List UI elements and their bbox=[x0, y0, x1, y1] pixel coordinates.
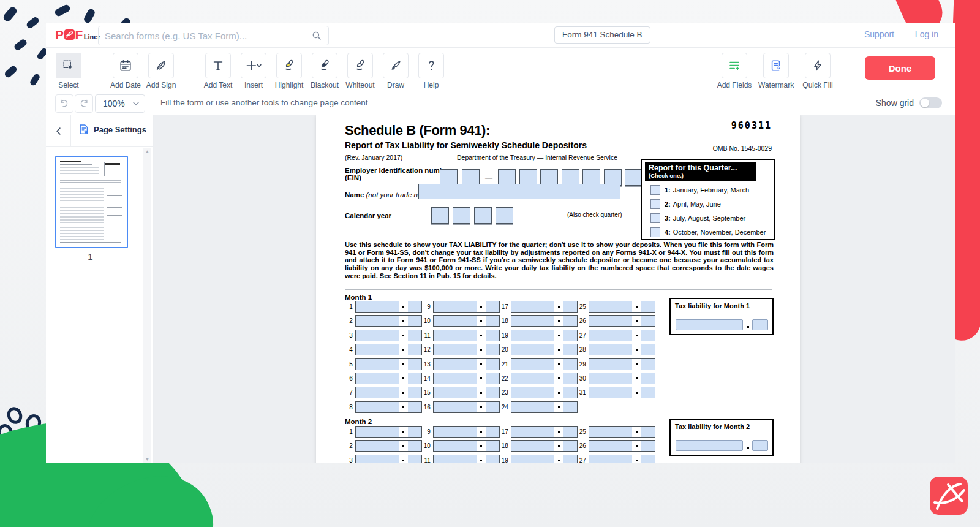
cents-field[interactable] bbox=[564, 387, 577, 398]
tool-help[interactable]: Help bbox=[413, 48, 449, 89]
document-viewport[interactable]: Schedule B (Form 941): 960311 Report of … bbox=[154, 115, 956, 463]
page-settings-button[interactable]: Page Settings bbox=[78, 123, 146, 135]
cents-field[interactable] bbox=[641, 316, 655, 326]
dollars-field[interactable] bbox=[511, 402, 554, 412]
cents-field[interactable] bbox=[408, 316, 421, 326]
dollars-field[interactable] bbox=[356, 330, 399, 341]
show-grid-toggle[interactable] bbox=[919, 97, 942, 108]
dollars-field[interactable] bbox=[434, 330, 477, 341]
dollars-field[interactable] bbox=[589, 387, 632, 398]
cents-field[interactable] bbox=[408, 344, 421, 355]
cents-field[interactable] bbox=[486, 427, 499, 437]
tool-add-fields[interactable]: Add Fields bbox=[717, 48, 752, 89]
cents-field[interactable] bbox=[564, 316, 577, 326]
dollars-field[interactable] bbox=[434, 344, 477, 355]
ein-digit-1[interactable] bbox=[440, 169, 458, 186]
month1-day-20-amount-input[interactable] bbox=[511, 344, 578, 355]
month2-day-2-amount-input[interactable] bbox=[355, 440, 422, 452]
month2-day-11-amount-input[interactable] bbox=[433, 455, 500, 463]
search-input[interactable] bbox=[99, 31, 311, 41]
dollars-field[interactable] bbox=[589, 330, 632, 341]
month2-day-19-amount-input[interactable] bbox=[511, 455, 578, 463]
cents-field[interactable] bbox=[486, 373, 499, 384]
dollars-field[interactable] bbox=[356, 316, 399, 326]
month1-day-15-amount-input[interactable] bbox=[433, 387, 500, 398]
month1-tax-cents-input[interactable] bbox=[752, 319, 768, 330]
month2-day-27-amount-input[interactable] bbox=[589, 455, 655, 463]
zoom-select[interactable]: 100% bbox=[95, 94, 145, 113]
cents-field[interactable] bbox=[641, 330, 655, 341]
month1-day-14-amount-input[interactable] bbox=[433, 373, 500, 384]
cents-field[interactable] bbox=[408, 359, 421, 370]
month1-day-4-amount-input[interactable] bbox=[355, 344, 422, 355]
dollars-field[interactable] bbox=[511, 455, 554, 463]
tool-add-date[interactable]: Add Date bbox=[108, 48, 143, 89]
dollars-field[interactable] bbox=[434, 427, 477, 437]
dollars-field[interactable] bbox=[511, 359, 554, 370]
dollars-field[interactable] bbox=[356, 301, 399, 312]
cents-field[interactable] bbox=[641, 441, 655, 451]
dollars-field[interactable] bbox=[511, 344, 554, 355]
dollars-field[interactable] bbox=[356, 344, 399, 355]
calendar-digit-2[interactable] bbox=[453, 207, 470, 224]
dollars-field[interactable] bbox=[434, 387, 477, 398]
tool-blackout[interactable]: Blackout bbox=[307, 48, 342, 89]
ein-digit-5[interactable] bbox=[540, 169, 558, 186]
dollars-field[interactable] bbox=[589, 373, 632, 384]
cents-field[interactable] bbox=[486, 387, 499, 398]
dollars-field[interactable] bbox=[356, 373, 399, 384]
month2-day-3-amount-input[interactable] bbox=[355, 455, 422, 463]
dollars-field[interactable] bbox=[356, 427, 399, 437]
dollars-field[interactable] bbox=[511, 330, 554, 341]
dollars-field[interactable] bbox=[434, 373, 477, 384]
sidebar-scrollbar[interactable]: ▲ ▼ bbox=[143, 148, 151, 463]
undo-button[interactable] bbox=[55, 94, 74, 113]
cents-field[interactable] bbox=[641, 387, 655, 398]
tool-draw[interactable]: Draw bbox=[378, 48, 413, 89]
cents-field[interactable] bbox=[486, 359, 499, 370]
month1-day-10-amount-input[interactable] bbox=[433, 315, 500, 327]
dollars-field[interactable] bbox=[356, 441, 399, 451]
month1-day-30-amount-input[interactable] bbox=[589, 373, 655, 384]
cents-field[interactable] bbox=[408, 330, 421, 341]
month1-day-11-amount-input[interactable] bbox=[433, 330, 500, 341]
dollars-field[interactable] bbox=[356, 359, 399, 370]
cents-field[interactable] bbox=[564, 373, 577, 384]
dollars-field[interactable] bbox=[589, 455, 632, 463]
month2-day-17-amount-input[interactable] bbox=[511, 426, 578, 438]
tool-insert[interactable]: Insert bbox=[236, 48, 271, 89]
cents-field[interactable] bbox=[641, 359, 655, 370]
done-button[interactable]: Done bbox=[865, 56, 935, 80]
cents-field[interactable] bbox=[486, 344, 499, 355]
cents-field[interactable] bbox=[564, 427, 577, 437]
dollars-field[interactable] bbox=[356, 455, 399, 463]
dollars-field[interactable] bbox=[434, 359, 477, 370]
month1-day-13-amount-input[interactable] bbox=[433, 358, 500, 370]
month1-day-1-amount-input[interactable] bbox=[355, 301, 422, 313]
month1-day-3-amount-input[interactable] bbox=[355, 330, 422, 341]
dollars-field[interactable] bbox=[434, 301, 477, 312]
cents-field[interactable] bbox=[564, 344, 577, 355]
cents-field[interactable] bbox=[408, 441, 421, 451]
dollars-field[interactable] bbox=[434, 402, 477, 412]
month2-tax-input[interactable] bbox=[676, 440, 743, 451]
ein-digit-4[interactable] bbox=[519, 169, 537, 186]
collapse-sidebar-button[interactable] bbox=[51, 123, 67, 139]
month1-day-7-amount-input[interactable] bbox=[355, 387, 422, 398]
tool-highlight[interactable]: Highlight bbox=[271, 48, 307, 89]
pdfliner-logo[interactable]: P F Liner bbox=[55, 28, 100, 42]
search-icon[interactable] bbox=[311, 30, 322, 41]
dollars-field[interactable] bbox=[511, 441, 554, 451]
month2-day-25-amount-input[interactable] bbox=[589, 426, 655, 438]
cents-field[interactable] bbox=[564, 359, 577, 370]
calendar-digit-3[interactable] bbox=[474, 207, 492, 224]
cents-field[interactable] bbox=[564, 330, 577, 341]
month1-day-6-amount-input[interactable] bbox=[355, 373, 422, 384]
quarter-2-checkbox[interactable] bbox=[650, 199, 660, 209]
scroll-up-arrow[interactable]: ▲ bbox=[143, 149, 151, 154]
cents-field[interactable] bbox=[564, 402, 577, 412]
month1-day-2-amount-input[interactable] bbox=[355, 315, 422, 327]
cents-field[interactable] bbox=[486, 441, 499, 451]
cents-field[interactable] bbox=[486, 330, 499, 341]
ein-digit-9[interactable] bbox=[625, 169, 643, 186]
